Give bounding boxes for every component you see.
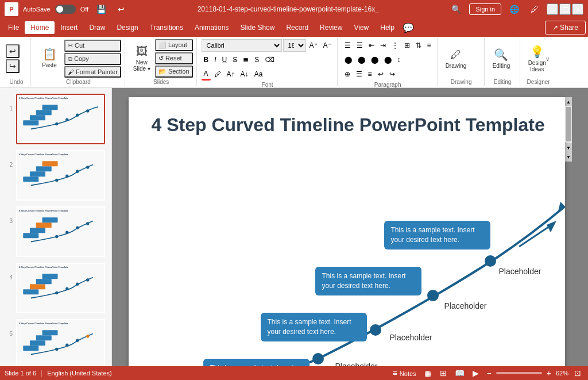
font-color-button[interactable]: A bbox=[202, 68, 211, 80]
text-box-1[interactable]: This is a sample text. Insert your desir… bbox=[203, 359, 310, 366]
scroll-down2-button[interactable]: ▼ bbox=[565, 152, 572, 162]
clear-format-button[interactable]: ⌫ bbox=[262, 53, 277, 66]
ltr-button[interactable]: ↪ bbox=[387, 68, 397, 80]
highlight-button[interactable]: 🖊 bbox=[212, 68, 223, 80]
font-size-down[interactable]: A↓ bbox=[238, 68, 251, 80]
strikethrough-button[interactable]: S bbox=[230, 53, 239, 66]
zoom-out-button[interactable]: − bbox=[485, 367, 494, 379]
text-box-2-content: This is a sample text. Insert your desir… bbox=[268, 318, 351, 336]
align-right-button[interactable]: ⬤ bbox=[369, 53, 381, 66]
globe-button[interactable]: 🌐 bbox=[506, 3, 523, 15]
menu-home[interactable]: Home bbox=[25, 21, 55, 34]
increase-font-button[interactable]: A⁺ bbox=[307, 39, 320, 52]
search-title-button[interactable]: 🔍 bbox=[448, 3, 465, 15]
text-box-2[interactable]: This is a sample text. Insert your desir… bbox=[261, 313, 367, 341]
cut-button[interactable]: ✂ Cut bbox=[64, 40, 121, 52]
menu-file[interactable]: File bbox=[2, 21, 25, 34]
slideshow-button[interactable]: ▶ bbox=[470, 367, 481, 379]
status-right: ≡ Notes ▦ ⊞ 📖 ▶ − + 62% ⊡ bbox=[390, 367, 583, 379]
editing-button[interactable]: 🔍 Editing bbox=[489, 40, 514, 77]
zoom-slider[interactable] bbox=[496, 372, 542, 374]
menu-design[interactable]: Design bbox=[111, 21, 144, 34]
new-slide-button[interactable]: 🖼 NewSlide ▾ bbox=[130, 40, 154, 77]
bold-button[interactable]: B bbox=[202, 53, 211, 66]
underline-button[interactable]: U bbox=[220, 53, 230, 66]
reset-button[interactable]: ↺ Reset bbox=[155, 52, 193, 64]
slide-thumb-4[interactable]: 4 4 Step Curved Timeline PowerPoint Temp… bbox=[2, 262, 109, 314]
align-center-button[interactable]: ⬤ bbox=[355, 53, 368, 66]
close-button[interactable]: ✕ bbox=[572, 3, 583, 15]
font-family-select[interactable]: Calibri bbox=[202, 39, 282, 52]
slide-mini-3: 4 Step Curved Timeline PowerPoint Templa… bbox=[17, 208, 104, 256]
justify-button[interactable]: ⬤ bbox=[382, 53, 394, 66]
add-shapes-button[interactable]: ☰ bbox=[354, 68, 365, 80]
align-text-button[interactable]: ≡ bbox=[425, 39, 434, 52]
undo-button[interactable]: ↩ bbox=[6, 44, 20, 58]
scrollbar-thumb[interactable] bbox=[566, 107, 571, 141]
menu-slideshow[interactable]: Slide Show bbox=[234, 21, 280, 34]
menu-draw[interactable]: Draw bbox=[83, 21, 111, 34]
sign-in-button[interactable]: Sign in bbox=[469, 3, 501, 15]
increase-indent-button[interactable]: ⇥ bbox=[378, 39, 388, 52]
numbering-button[interactable]: ☰ bbox=[354, 39, 365, 52]
italic-button[interactable]: I bbox=[212, 53, 218, 66]
font-size-up[interactable]: A↑ bbox=[225, 68, 237, 80]
layout-button[interactable]: ⬜ Layout bbox=[155, 39, 193, 51]
columns-button[interactable]: ⊞ bbox=[402, 39, 412, 52]
menu-help[interactable]: Help bbox=[374, 21, 400, 34]
text-direction-button[interactable]: ⇅ bbox=[413, 39, 424, 52]
reading-view-button[interactable]: 📖 bbox=[452, 367, 467, 379]
restore-button[interactable]: 🗖 bbox=[559, 3, 571, 15]
bullets-button[interactable]: ☰ bbox=[342, 39, 353, 52]
slide-thumb-2[interactable]: 2 4 Step Curved Timeline PowerPoint Temp… bbox=[2, 149, 109, 202]
align-left-button[interactable]: ⬤ bbox=[342, 53, 354, 66]
chat-icon-button[interactable]: 💬 bbox=[400, 20, 416, 36]
pen-button[interactable]: 🖊 bbox=[527, 3, 542, 15]
font-size-select[interactable]: 18 bbox=[283, 39, 306, 52]
notes-label: Notes bbox=[400, 370, 416, 377]
menu-insert[interactable]: Insert bbox=[55, 21, 83, 34]
save-button[interactable]: 💾 bbox=[93, 3, 110, 15]
scroll-down-button[interactable]: ▼ bbox=[565, 143, 572, 152]
slide-thumb-5[interactable]: 5 4 Step Curved Timeline PowerPoint Temp… bbox=[2, 318, 109, 366]
decrease-font-button[interactable]: A⁻ bbox=[321, 39, 334, 52]
undo-title-button[interactable]: ↩ bbox=[114, 3, 128, 15]
text-box-3[interactable]: This is a sample text. Insert your desir… bbox=[315, 267, 421, 295]
slide-thumb-1[interactable]: 1 4 Step Curved Timeline PowerPoint Temp… bbox=[2, 93, 109, 145]
slide-sorter-button[interactable]: ⊞ bbox=[438, 367, 449, 379]
svg-rect-32 bbox=[42, 274, 58, 279]
minimize-button[interactable]: 🗕 bbox=[547, 3, 558, 15]
share-button[interactable]: ↗ Share bbox=[545, 21, 586, 34]
menu-review[interactable]: Review bbox=[314, 21, 348, 34]
paste-button[interactable]: 📋 Paste bbox=[36, 39, 63, 76]
section-button[interactable]: 📂 Section bbox=[155, 66, 193, 78]
format-painter-button[interactable]: 🖌 Format Painter bbox=[64, 66, 121, 78]
rtl-button[interactable]: ↩ bbox=[376, 68, 386, 80]
menu-transitions[interactable]: Transitions bbox=[144, 21, 189, 34]
slide-canvas[interactable]: 4 Step Curved Timeline PowerPoint Templa… bbox=[129, 97, 565, 366]
scroll-up-button[interactable]: ▲ bbox=[565, 97, 572, 106]
convert-smartart-button[interactable]: ⊕ bbox=[342, 68, 353, 80]
decrease-indent-button[interactable]: ⇤ bbox=[366, 39, 377, 52]
menu-record[interactable]: Record bbox=[280, 21, 314, 34]
char-spacing-button[interactable]: ≣ bbox=[241, 53, 251, 66]
menu-animations[interactable]: Animations bbox=[189, 21, 234, 34]
copy-button[interactable]: ⧉ Copy bbox=[64, 53, 121, 65]
para-spacing-button[interactable]: ≡ bbox=[366, 68, 374, 80]
ribbon-collapse-button[interactable]: ∨ bbox=[546, 55, 550, 62]
menu-view[interactable]: View bbox=[348, 21, 374, 34]
line-spacing-button[interactable]: ↕ bbox=[395, 53, 403, 66]
autosave-toggle[interactable] bbox=[55, 5, 76, 14]
fit-slide-button[interactable]: ⊡ bbox=[572, 367, 583, 379]
zoom-in-button[interactable]: + bbox=[544, 367, 554, 379]
normal-view-button[interactable]: ▦ bbox=[422, 367, 434, 379]
text-shadow-button[interactable]: S bbox=[252, 53, 261, 66]
redo-button[interactable]: ↪ bbox=[6, 59, 20, 73]
change-case-button[interactable]: Aa bbox=[252, 68, 265, 80]
drawing-button[interactable]: 🖊 Drawing bbox=[442, 40, 470, 77]
smartart-button[interactable]: ⋮ bbox=[389, 39, 401, 52]
slide-thumb-3[interactable]: 3 4 Step Curved Timeline PowerPoint Temp… bbox=[2, 205, 109, 258]
notes-button[interactable]: ≡ Notes bbox=[390, 367, 419, 379]
ribbon-content: ↩ ↪ Undo 📋 Paste ✂ Cut ⧉ Copy 🖌 Format P… bbox=[0, 37, 588, 87]
text-box-4[interactable]: This is a sample text. Insert your desir… bbox=[384, 221, 490, 250]
